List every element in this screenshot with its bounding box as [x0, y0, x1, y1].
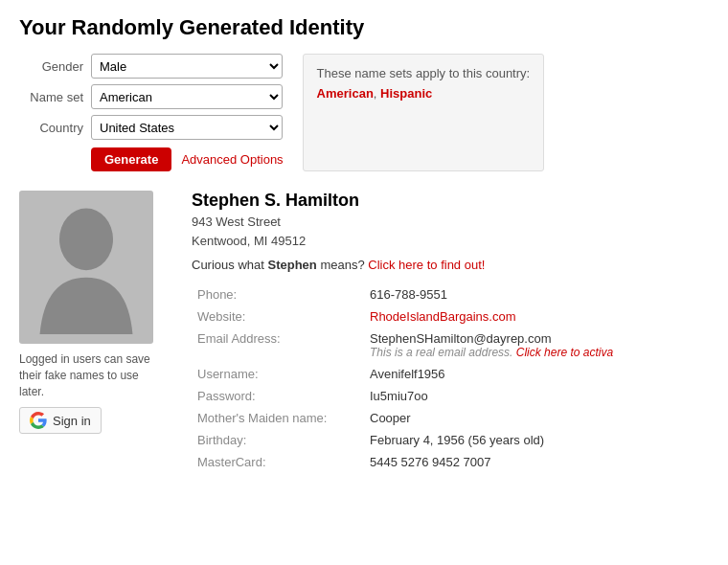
nameset-hispanic-link[interactable]: Hispanic — [380, 86, 432, 101]
website-value: RhodeIslandBargains.com — [364, 305, 709, 328]
name-meaning-pre: Curious what — [192, 258, 267, 272]
nameset-info-box: These name sets apply to this country: A… — [303, 54, 545, 171]
nameset-select[interactable]: American Hispanic French German Italian — [91, 84, 283, 109]
name-meaning-post: means? — [317, 258, 368, 272]
right-column: Stephen S. Hamilton 943 West Street Kent… — [192, 191, 709, 473]
website-link[interactable]: RhodeIslandBargains.com — [370, 309, 515, 324]
country-label: Country — [19, 121, 91, 135]
email-value: StephenSHamilton@dayrep.com This is a re… — [364, 328, 709, 363]
person-name: Stephen S. Hamilton — [192, 191, 709, 211]
nameset-info-text: These name sets apply to this country: — [317, 66, 531, 80]
identity-form: Gender Male Female Name set American His… — [19, 54, 284, 171]
phone-label: Phone: — [192, 283, 364, 305]
advanced-options-link[interactable]: Advanced Options — [181, 152, 283, 167]
country-select[interactable]: United States Canada United Kingdom Aust… — [91, 115, 283, 140]
generate-button[interactable]: Generate — [91, 147, 171, 171]
avatar — [19, 191, 153, 344]
nameset-american-link[interactable]: American — [317, 86, 374, 101]
mastercard-value: 5445 5276 9452 7007 — [364, 451, 709, 473]
table-row: Mother's Maiden name: Cooper — [192, 407, 709, 429]
maiden-value: Cooper — [364, 407, 709, 429]
table-row: Phone: 616-788-9551 — [192, 283, 709, 305]
password-value: Iu5miu7oo — [364, 385, 709, 407]
email-note: This is a real email address. Click here… — [370, 346, 703, 359]
avatar-silhouette — [34, 200, 139, 334]
maiden-label: Mother's Maiden name: — [192, 407, 364, 429]
left-column: Logged in users can save their fake name… — [19, 191, 172, 473]
details-table: Phone: 616-788-9551 Website: RhodeIsland… — [192, 283, 709, 473]
phone-value: 616-788-9551 — [364, 283, 709, 305]
table-row: Password: Iu5miu7oo — [192, 385, 709, 407]
table-row: Birthday: February 4, 1956 (56 years old… — [192, 429, 709, 451]
nameset-label: Name set — [19, 90, 91, 104]
svg-point-0 — [59, 209, 113, 271]
table-row: Website: RhodeIslandBargains.com — [192, 305, 709, 328]
signin-button[interactable]: Sign in — [19, 407, 102, 434]
login-note: Logged in users can save their fake name… — [19, 351, 153, 399]
person-address: 943 West Street Kentwood, MI 49512 — [192, 213, 709, 250]
name-meaning: Curious what Stephen means? Click here t… — [192, 258, 709, 272]
email-label: Email Address: — [192, 328, 364, 363]
website-label: Website: — [192, 305, 364, 328]
name-meaning-name: Stephen — [267, 258, 316, 272]
password-label: Password: — [192, 385, 364, 407]
page-title: Your Randomly Generated Identity — [19, 15, 709, 40]
email-activate-link[interactable]: Click here to activa — [516, 346, 613, 359]
google-icon — [30, 412, 47, 429]
gender-label: Gender — [19, 59, 91, 74]
address-line1: 943 West Street — [192, 215, 281, 229]
table-row: Username: Avenifelf1956 — [192, 363, 709, 385]
username-label: Username: — [192, 363, 364, 385]
signin-label: Sign in — [53, 414, 91, 428]
name-meaning-link[interactable]: Click here to find out! — [368, 258, 485, 272]
birthday-value: February 4, 1956 (56 years old) — [364, 429, 709, 451]
address-line2: Kentwood, MI 49512 — [192, 234, 306, 248]
birthday-label: Birthday: — [192, 429, 364, 451]
gender-select[interactable]: Male Female — [91, 54, 283, 79]
table-row: Email Address: StephenSHamilton@dayrep.c… — [192, 328, 709, 363]
mastercard-label: MasterCard: — [192, 451, 364, 473]
username-value: Avenifelf1956 — [364, 363, 709, 385]
table-row: MasterCard: 5445 5276 9452 7007 — [192, 451, 709, 473]
